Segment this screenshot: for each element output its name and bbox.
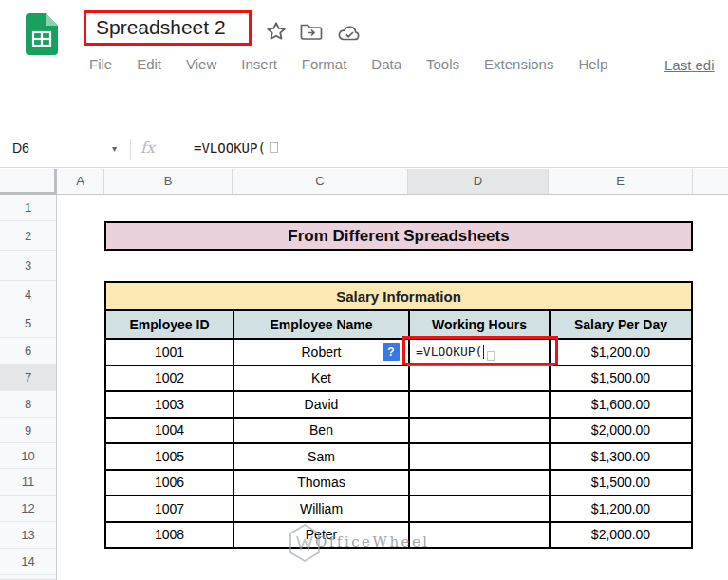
row-header-7[interactable]: 7	[0, 365, 56, 391]
cell-working-hours[interactable]	[410, 392, 551, 417]
cell-working-hours[interactable]	[410, 366, 551, 391]
row-headers: 1234567891011121314	[0, 195, 57, 580]
table-header-row: Employee IDEmployee NameWorking HoursSal…	[106, 311, 691, 340]
menu-help[interactable]: Help	[578, 56, 607, 72]
table-row: 1004Ben$2,000.00	[106, 419, 691, 445]
cell-employee-name[interactable]: Thomas	[234, 471, 410, 496]
formula-bar: D6 ▾ fx =VLOOKUP(	[0, 131, 728, 168]
cell-employee-id[interactable]: 1007	[106, 496, 234, 521]
row-header-partial[interactable]	[0, 575, 56, 580]
menu-tools[interactable]: Tools	[426, 56, 459, 72]
cell-employee-id[interactable]: 1008	[106, 523, 234, 548]
row-header-2[interactable]: 2	[0, 221, 56, 251]
row-header-11[interactable]: 11	[0, 469, 56, 496]
fx-icon: fx	[140, 139, 155, 157]
cell-employee-name[interactable]: Ket	[234, 366, 410, 391]
row-header-10[interactable]: 10	[0, 443, 56, 469]
formula-bar-divider	[130, 139, 131, 160]
cell-salary-per-day[interactable]: $1,200.00	[551, 340, 691, 365]
menu-view[interactable]: View	[186, 56, 216, 72]
table-row: 1007William$1,200.00	[106, 496, 691, 523]
cell-salary-per-day[interactable]: $1,500.00	[551, 366, 691, 391]
row-header-5[interactable]: 5	[0, 309, 56, 338]
cell-employee-id[interactable]: 1003	[106, 392, 234, 417]
row-header-4[interactable]: 4	[0, 281, 56, 309]
watermark-text: OfficeWheel	[315, 533, 430, 551]
watermark: OfficeWheel	[287, 522, 430, 566]
row-header-1[interactable]: 1	[0, 195, 56, 221]
row-header-3[interactable]: 3	[0, 251, 56, 281]
table-body: 1001Robert=VLOOKUP($1,200.001002Ket$1,50…	[106, 340, 691, 547]
menu-insert[interactable]: Insert	[241, 56, 277, 72]
column-header-c[interactable]: C	[233, 169, 408, 194]
help-badge[interactable]: ?	[383, 343, 400, 361]
table-row: 1006Thomas$1,500.00	[106, 471, 691, 497]
formula-bar-divider	[177, 139, 177, 160]
cell-working-hours[interactable]	[410, 523, 551, 548]
menu-edit[interactable]: Edit	[137, 56, 161, 72]
cloud-saved-icon[interactable]	[337, 24, 363, 42]
column-headers: ABCDE	[0, 169, 728, 195]
banner-cell[interactable]: From Different Spreadsheets	[104, 221, 693, 251]
cell-employee-name[interactable]: David	[234, 392, 410, 417]
table-row: 1002Ket$1,500.00	[106, 366, 691, 393]
column-header-d[interactable]: D	[408, 169, 549, 194]
cell-employee-name[interactable]: William	[234, 496, 410, 521]
cell-working-hours[interactable]	[410, 419, 551, 443]
salary-table: Salary Information Employee IDEmployee N…	[104, 281, 693, 549]
table-title-cell[interactable]: Salary Information	[106, 283, 691, 311]
sheet-canvas[interactable]: From Different Spreadsheets Salary Infor…	[57, 195, 728, 580]
cell-working-hours[interactable]	[410, 444, 551, 469]
annotation-red-box-cell	[402, 336, 558, 365]
select-all-corner[interactable]	[0, 169, 57, 195]
toolbar: 100% ▾ $ % .0 ← .00 → 123 ▾ Arial ▾ 10 ▾	[0, 89, 728, 131]
sheets-logo-icon[interactable]	[26, 13, 58, 55]
column-header-partial[interactable]	[693, 169, 728, 194]
table-header-working-hours[interactable]: Working Hours	[410, 311, 551, 338]
row-header-12[interactable]: 12	[0, 496, 56, 522]
row-header-14[interactable]: 14	[0, 549, 56, 575]
formula-input[interactable]: =VLOOKUP(	[194, 140, 278, 156]
cell-salary-per-day[interactable]: $1,600.00	[551, 392, 691, 417]
cell-salary-per-day[interactable]: $2,000.00	[551, 419, 691, 443]
row-header-8[interactable]: 8	[0, 391, 56, 418]
chevron-down-icon[interactable]: ▾	[112, 143, 117, 154]
column-header-a[interactable]: A	[57, 169, 104, 194]
row-header-13[interactable]: 13	[0, 522, 56, 549]
menu-bar: FileEditViewInsertFormatDataToolsExtensi…	[89, 56, 607, 72]
cell-employee-id[interactable]: 1001	[106, 340, 234, 365]
cell-employee-id[interactable]: 1005	[106, 444, 234, 469]
menu-format[interactable]: Format	[302, 56, 347, 72]
cell-employee-name[interactable]: Sam	[234, 444, 410, 469]
cell-salary-per-day[interactable]: $1,200.00	[551, 496, 691, 521]
cell-employee-id[interactable]: 1004	[106, 419, 234, 443]
last-edit-link[interactable]: Last edi	[664, 57, 715, 73]
table-header-employee-name[interactable]: Employee Name	[234, 311, 410, 338]
table-header-employee-id[interactable]: Employee ID	[106, 311, 234, 338]
cell-working-hours[interactable]	[410, 496, 551, 521]
annotation-red-box-title	[84, 10, 252, 46]
row-header-6[interactable]: 6	[0, 338, 56, 365]
column-header-e[interactable]: E	[549, 169, 693, 194]
name-box[interactable]: D6	[12, 140, 29, 156]
cell-working-hours[interactable]	[410, 471, 551, 496]
table-header-salary-per-day[interactable]: Salary Per Day	[551, 311, 691, 338]
google-sheets-app: Spreadsheet 2 FileEditViewInsertFormatDa…	[0, 0, 728, 580]
cell-employee-id[interactable]: 1006	[106, 471, 234, 496]
table-row: 1003David$1,600.00	[106, 392, 691, 419]
text-cursor-icon	[270, 142, 278, 153]
cell-salary-per-day[interactable]: $2,000.00	[551, 523, 691, 548]
star-icon[interactable]	[266, 21, 287, 42]
column-header-b[interactable]: B	[104, 169, 233, 194]
cell-employee-id[interactable]: 1002	[106, 366, 234, 391]
cell-salary-per-day[interactable]: $1,500.00	[551, 471, 691, 496]
cell-employee-name[interactable]: Ben	[234, 419, 410, 443]
cell-salary-per-day[interactable]: $1,300.00	[551, 444, 691, 469]
menu-data[interactable]: Data	[371, 56, 401, 72]
move-to-folder-icon[interactable]	[300, 23, 323, 41]
row-header-9[interactable]: 9	[0, 418, 56, 443]
menu-file[interactable]: File	[89, 56, 112, 72]
table-row: 1005Sam$1,300.00	[106, 444, 691, 471]
menu-extensions[interactable]: Extensions	[484, 56, 553, 72]
